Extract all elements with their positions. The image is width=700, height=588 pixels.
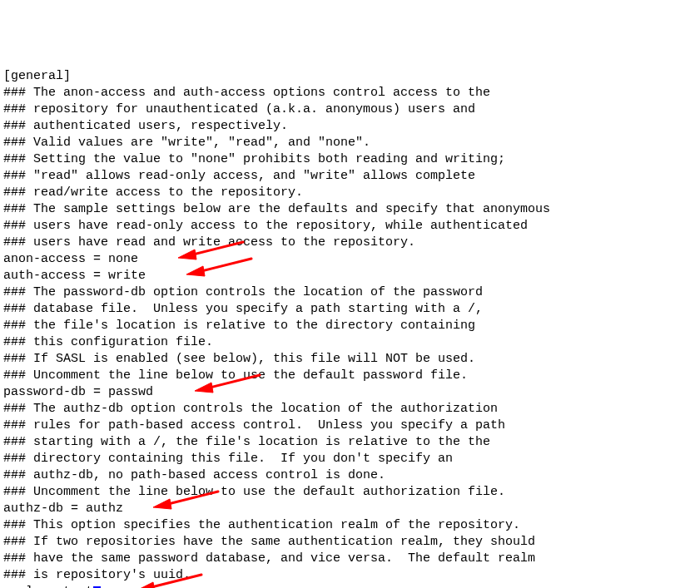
editor-line: [general]	[3, 68, 697, 85]
editor-line: ### The anon-access and auth-access opti…	[3, 85, 697, 101]
editor-line: ### If SASL is enabled (see below), this…	[3, 351, 697, 368]
editor-line: ### authenticated users, respectively.	[3, 118, 697, 135]
editor-line: ### rules for path-based access control.…	[3, 418, 697, 434]
editor-line: ### read/write access to the repository.	[3, 185, 697, 201]
editor-line: ### repository for unauthenticated (a.k.…	[3, 101, 697, 118]
editor-line: ### authz-db, no path-based access contr…	[3, 467, 697, 484]
editor-line: ### If two repositories have the same au…	[3, 534, 697, 551]
editor-line: ### directory containing this file. If y…	[3, 451, 697, 467]
editor-line: anon-access = none	[3, 251, 697, 268]
editor-line: ### is repository's uuid.	[3, 567, 697, 584]
editor-line: ### users have read and write access to …	[3, 235, 697, 251]
editor-line: ### users have read-only access to the r…	[3, 218, 697, 235]
editor-line: ### database file. Unless you specify a …	[3, 301, 697, 318]
editor-line: authz-db = authz	[3, 501, 697, 517]
editor-line: realm = test	[3, 584, 697, 588]
editor-line: auth-access = write	[3, 268, 697, 284]
editor-line: ### have the same password database, and…	[3, 551, 697, 567]
editor-line: ### Uncomment the line below to use the …	[3, 368, 697, 384]
editor-line: ### The sample settings below are the de…	[3, 201, 697, 218]
editor-line: ### Uncomment the line below to use the …	[3, 484, 697, 501]
terminal-editor[interactable]: [general]### The anon-access and auth-ac…	[3, 68, 697, 588]
editor-line: ### The authz-db option controls the loc…	[3, 401, 697, 418]
editor-line: ### this configuration file.	[3, 334, 697, 351]
editor-line: ### This option specifies the authentica…	[3, 517, 697, 534]
editor-line: password-db = passwd	[3, 384, 697, 401]
editor-line: ### The password-db option controls the …	[3, 284, 697, 301]
editor-line: ### "read" allows read-only access, and …	[3, 168, 697, 185]
editor-line: ### Setting the value to "none" prohibit…	[3, 151, 697, 168]
editor-line: ### starting with a /, the file's locati…	[3, 434, 697, 451]
editor-line: ### Valid values are "write", "read", an…	[3, 135, 697, 151]
editor-line: ### the file's location is relative to t…	[3, 318, 697, 334]
